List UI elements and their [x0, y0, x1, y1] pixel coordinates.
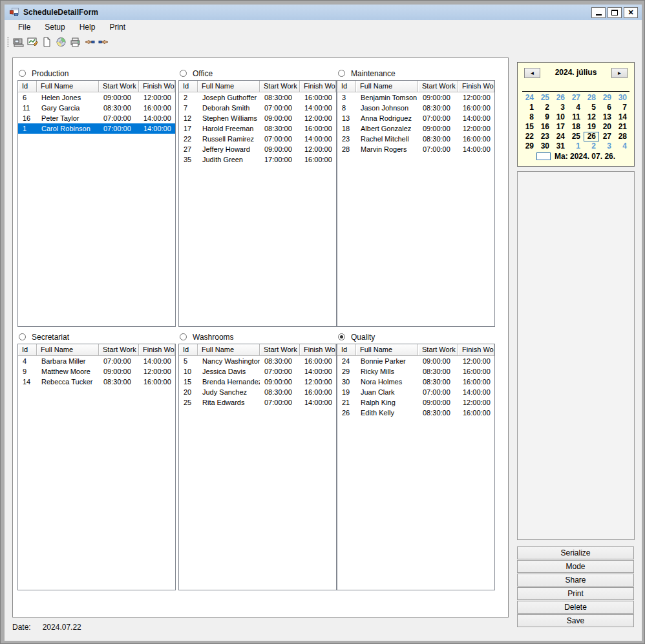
- computer-icon[interactable]: [12, 37, 25, 48]
- chart-monitor-icon[interactable]: [26, 37, 39, 48]
- menu-item-help[interactable]: Help: [72, 21, 103, 34]
- schedule-table[interactable]: IdFull NameStart WorkFinish Work 5 Nancy…: [178, 344, 337, 590]
- menu-item-print[interactable]: Print: [102, 21, 132, 34]
- department-radio[interactable]: [338, 70, 345, 77]
- column-header[interactable]: Finish Work: [458, 81, 494, 92]
- delete-button[interactable]: Delete: [517, 601, 634, 614]
- table-row[interactable]: 8 Jason Johnson 08:30:00 16:00:00: [337, 103, 494, 113]
- column-header[interactable]: Id: [337, 344, 356, 356]
- calendar-day[interactable]: 3: [553, 103, 568, 112]
- calendar-day[interactable]: 8: [522, 112, 537, 122]
- mode-button[interactable]: Mode: [517, 560, 634, 573]
- calendar-day[interactable]: 30: [537, 141, 553, 151]
- print-button[interactable]: Print: [517, 587, 634, 600]
- table-row[interactable]: 22 Russell Ramirez 07:00:00 14:00:00: [179, 134, 336, 144]
- column-header[interactable]: Full Name: [37, 81, 99, 92]
- table-row[interactable]: 35 Judith Green 17:00:00 16:00:00: [179, 154, 336, 165]
- calendar-day[interactable]: 27: [568, 93, 584, 103]
- schedule-table[interactable]: IdFull NameStart WorkFinish Work 24 Bonn…: [337, 344, 495, 590]
- table-row[interactable]: 19 Juan Clark 07:00:00 14:00:00: [337, 387, 494, 397]
- column-header[interactable]: Id: [179, 81, 198, 92]
- table-row[interactable]: 23 Rachel Mitchell 08:30:00 16:00:00: [337, 134, 494, 144]
- calendar-day[interactable]: 2: [537, 103, 553, 112]
- table-row[interactable]: 20 Judy Sanchez 08:30:00 16:00:00: [179, 387, 336, 397]
- column-header[interactable]: Full Name: [356, 344, 418, 356]
- calendar-day[interactable]: 4: [615, 141, 630, 151]
- table-row[interactable]: 25 Rita Edwards 07:00:00 14:00:00: [179, 397, 336, 408]
- column-header[interactable]: Start Work: [260, 344, 300, 356]
- table-row[interactable]: 14 Rebecca Tucker 08:30:00 16:00:00: [18, 377, 175, 387]
- new-document-icon[interactable]: [41, 37, 53, 48]
- calendar-day[interactable]: 18: [568, 122, 584, 132]
- column-header[interactable]: Id: [18, 81, 37, 92]
- title-bar[interactable]: ScheduleDetailForm ✕: [5, 5, 642, 20]
- column-header[interactable]: Id: [337, 81, 356, 92]
- calendar-day[interactable]: 24: [522, 93, 537, 103]
- table-row[interactable]: 15 Brenda Hernandez 09:00:00 12:00:00: [179, 377, 336, 387]
- calendar-day[interactable]: 28: [615, 132, 630, 141]
- column-header[interactable]: Finish Work: [139, 344, 175, 356]
- table-row[interactable]: 18 Albert Gonzalez 09:00:00 12:00:00: [337, 123, 494, 134]
- calendar-day[interactable]: 26: [553, 93, 568, 103]
- column-header[interactable]: Start Work: [418, 81, 458, 92]
- calendar-day[interactable]: 2: [584, 141, 599, 151]
- calendar-day[interactable]: 28: [584, 93, 599, 103]
- calendar-next-button[interactable]: ►: [611, 68, 628, 78]
- table-row[interactable]: 30 Nora Holmes 08:30:00 16:00:00: [337, 377, 494, 387]
- calendar-day[interactable]: 10: [553, 112, 568, 122]
- calendar-day[interactable]: 14: [615, 112, 630, 122]
- column-header[interactable]: Start Work: [99, 344, 139, 356]
- table-row[interactable]: 16 Peter Taylor 07:00:00 14:00:00: [18, 113, 175, 123]
- schedule-table[interactable]: IdFull NameStart WorkFinish Work 6 Helen…: [17, 80, 176, 327]
- column-header[interactable]: Finish Work: [300, 344, 336, 356]
- share-button[interactable]: Share: [517, 574, 634, 587]
- department-radio[interactable]: [19, 333, 26, 340]
- table-row[interactable]: 6 Helen Jones 09:00:00 12:00:00: [18, 92, 175, 103]
- schedule-table[interactable]: IdFull NameStart WorkFinish Work 2 Josep…: [178, 80, 337, 327]
- minimize-button[interactable]: [591, 7, 606, 18]
- table-row[interactable]: 3 Benjamin Tomson 09:00:00 12:00:00: [337, 92, 494, 103]
- column-header[interactable]: Start Work: [418, 344, 458, 356]
- table-row[interactable]: 4 Barbara Miller 07:00:00 14:00:00: [18, 356, 175, 366]
- calendar-day[interactable]: 27: [599, 132, 615, 141]
- table-row[interactable]: 28 Marvin Rogers 07:00:00 14:00:00: [337, 144, 494, 154]
- calendar-day[interactable]: 30: [615, 93, 630, 103]
- department-radio[interactable]: [338, 333, 345, 340]
- calendar-day[interactable]: 20: [599, 122, 615, 132]
- table-row[interactable]: 24 Bonnie Parker 09:00:00 12:00:00: [337, 356, 494, 366]
- maximize-button[interactable]: [608, 7, 622, 18]
- table-row[interactable]: 27 Jeffery Howard 09:00:00 12:00:00: [179, 144, 336, 154]
- today-label[interactable]: Ma: 2024. 07. 26.: [555, 152, 615, 161]
- calendar-day[interactable]: 29: [599, 93, 615, 103]
- calendar-day[interactable]: 31: [553, 141, 568, 151]
- table-row[interactable]: 29 Ricky Mills 08:30:00 16:00:00: [337, 366, 494, 377]
- calendar-day[interactable]: 25: [537, 93, 553, 103]
- calendar-day[interactable]: 4: [568, 103, 584, 112]
- save-button[interactable]: Save: [517, 614, 634, 627]
- calendar-day[interactable]: 25: [568, 132, 584, 141]
- column-header[interactable]: Full Name: [198, 344, 260, 356]
- department-radio[interactable]: [180, 70, 187, 77]
- calendar-day[interactable]: 5: [584, 103, 599, 112]
- calendar-day[interactable]: 11: [568, 112, 584, 122]
- menu-item-setup[interactable]: Setup: [37, 21, 72, 34]
- table-row[interactable]: 26 Edith Kelly 08:30:00 16:00:00: [337, 408, 494, 418]
- calendar-day[interactable]: 13: [599, 112, 615, 122]
- column-header[interactable]: Full Name: [356, 81, 418, 92]
- calendar-day[interactable]: 17: [553, 122, 568, 132]
- table-row[interactable]: 21 Ralph King 09:00:00 12:00:00: [337, 397, 494, 408]
- disc-icon[interactable]: [55, 37, 67, 48]
- close-button[interactable]: ✕: [624, 7, 638, 18]
- table-row[interactable]: 12 Stephen Williams 09:00:00 12:00:00: [179, 113, 336, 123]
- table-row[interactable]: 5 Nancy Washington 08:30:00 16:00:00: [179, 356, 336, 366]
- calendar-day[interactable]: 22: [522, 132, 537, 141]
- column-header[interactable]: Finish Work: [458, 344, 494, 356]
- menu-item-file[interactable]: File: [11, 21, 37, 34]
- table-row[interactable]: 2 Joseph Guthoffer 08:30:00 16:00:00: [179, 92, 336, 103]
- calendar-day[interactable]: 21: [615, 122, 630, 132]
- column-header[interactable]: Finish Work: [300, 81, 336, 92]
- calendar-day[interactable]: 24: [553, 132, 568, 141]
- table-row[interactable]: 1 Carol Robinson 07:00:00 14:00:00: [18, 123, 175, 134]
- toolbar-grip[interactable]: [7, 37, 9, 47]
- calendar-day[interactable]: 6: [599, 103, 615, 112]
